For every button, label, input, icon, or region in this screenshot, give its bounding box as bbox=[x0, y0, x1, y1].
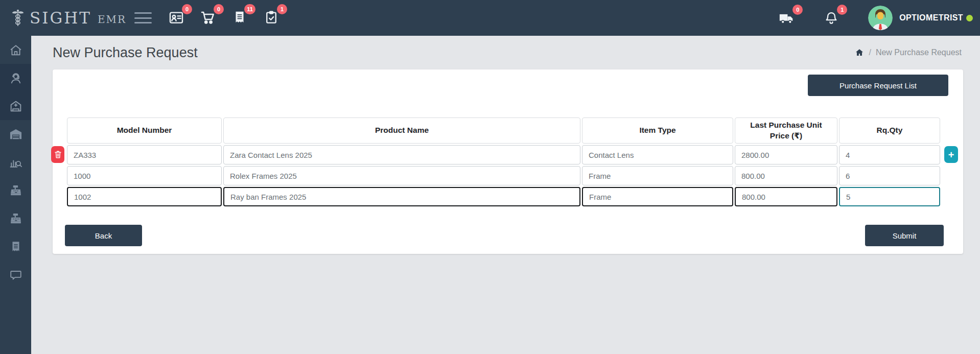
left-sidebar bbox=[0, 36, 31, 354]
rq-qty-input-focused[interactable] bbox=[839, 187, 940, 206]
col-header-last-purchase-price: Last Purchase Unit Price (₹) bbox=[735, 117, 837, 144]
notifications-button[interactable]: 1 bbox=[821, 8, 842, 28]
menu-toggle-button[interactable] bbox=[134, 11, 152, 25]
breadcrumb: / New Purchase Request bbox=[855, 48, 962, 57]
breadcrumb-current: New Purchase Request bbox=[876, 48, 962, 57]
top-navbar: SIGHT EMR 0 0 bbox=[0, 0, 980, 36]
col-header-product-name: Product Name bbox=[223, 117, 580, 144]
sidebar-item-billing-register[interactable] bbox=[0, 176, 31, 204]
patient-card-icon bbox=[168, 9, 184, 26]
product-name-input[interactable] bbox=[223, 166, 580, 185]
sidebar-item-home[interactable] bbox=[0, 36, 31, 64]
sidebar-item-reports[interactable] bbox=[0, 148, 31, 176]
tasks-button[interactable]: 1 bbox=[261, 7, 282, 28]
invoice-receipt-icon bbox=[9, 240, 22, 253]
product-name-input[interactable] bbox=[223, 187, 580, 206]
sidebar-item-messages[interactable] bbox=[0, 261, 31, 289]
unit-price-input[interactable] bbox=[735, 166, 837, 185]
cart-badge: 0 bbox=[214, 4, 224, 14]
topbar-nav-icons: 0 0 11 bbox=[166, 7, 282, 28]
online-status-dot bbox=[966, 15, 973, 21]
ambulance-badge: 0 bbox=[792, 5, 803, 15]
user-role-label[interactable]: OPTIOMETRIST bbox=[899, 13, 963, 22]
bell-icon bbox=[824, 10, 839, 26]
delete-row-button[interactable] bbox=[51, 146, 64, 163]
purchase-request-card: Purchase Request List Model Number Produ… bbox=[53, 69, 963, 254]
breadcrumb-separator: / bbox=[869, 48, 871, 57]
model-number-input[interactable] bbox=[67, 187, 222, 206]
sidebar-item-reception[interactable] bbox=[0, 64, 31, 92]
item-type-input[interactable] bbox=[582, 166, 733, 185]
shopping-cart-icon bbox=[200, 9, 216, 26]
brand-suffix: EMR bbox=[98, 10, 126, 26]
app-logo[interactable]: SIGHT EMR bbox=[11, 0, 126, 36]
col-header-rq-qty: Rq.Qty bbox=[839, 117, 940, 144]
topbar-right-zone: 0 1 OPTIOMETRIST bbox=[777, 0, 973, 36]
sidebar-item-admission[interactable] bbox=[0, 92, 31, 120]
brand-name: SIGHT bbox=[30, 9, 91, 27]
purchase-request-list-button[interactable]: Purchase Request List bbox=[808, 75, 948, 96]
col-header-item-type: Item Type bbox=[582, 117, 733, 144]
unit-price-input[interactable] bbox=[735, 187, 837, 206]
receptionist-icon bbox=[9, 71, 23, 85]
trash-icon bbox=[54, 150, 62, 159]
ambulance-button[interactable]: 0 bbox=[777, 8, 797, 28]
clipboard-check-icon bbox=[264, 10, 279, 25]
home-icon bbox=[9, 43, 23, 57]
sidebar-item-invoices[interactable] bbox=[0, 232, 31, 261]
pos-register-icon bbox=[9, 211, 23, 226]
item-type-input[interactable] bbox=[582, 145, 733, 164]
add-row-button[interactable]: + bbox=[944, 146, 958, 163]
sidebar-item-pos-register[interactable] bbox=[0, 204, 31, 232]
unit-price-input[interactable] bbox=[735, 145, 837, 164]
model-number-input[interactable] bbox=[67, 166, 222, 185]
caduceus-icon bbox=[11, 9, 25, 27]
cart-button[interactable]: 0 bbox=[198, 7, 218, 28]
chat-bubble-icon bbox=[9, 268, 22, 281]
cash-register-icon bbox=[9, 183, 23, 198]
product-name-input[interactable] bbox=[223, 145, 580, 164]
patient-card-badge: 0 bbox=[182, 4, 192, 14]
item-type-input[interactable] bbox=[582, 187, 733, 206]
chart-search-icon bbox=[9, 155, 23, 170]
billing-button[interactable]: 11 bbox=[229, 7, 250, 28]
col-header-model-number: Model Number bbox=[67, 117, 222, 144]
notifications-badge: 1 bbox=[837, 5, 847, 15]
page-title: New Purchase Request bbox=[53, 45, 198, 61]
warehouse-icon bbox=[9, 127, 23, 141]
model-number-input[interactable] bbox=[67, 145, 222, 164]
sidebar-item-warehouse[interactable] bbox=[0, 120, 31, 148]
rq-qty-input[interactable] bbox=[839, 145, 940, 164]
back-button[interactable]: Back bbox=[65, 225, 142, 246]
hospital-bed-icon bbox=[9, 99, 23, 113]
billing-badge: 11 bbox=[244, 4, 255, 14]
rq-qty-input[interactable] bbox=[839, 166, 940, 185]
breadcrumb-home-icon[interactable] bbox=[855, 48, 864, 57]
tasks-badge: 1 bbox=[277, 4, 287, 14]
purchase-request-table: Model Number Product Name Item Type Last… bbox=[67, 117, 940, 206]
user-avatar[interactable] bbox=[868, 6, 893, 30]
patient-card-button[interactable]: 0 bbox=[166, 7, 186, 28]
submit-button[interactable]: Submit bbox=[865, 225, 944, 246]
